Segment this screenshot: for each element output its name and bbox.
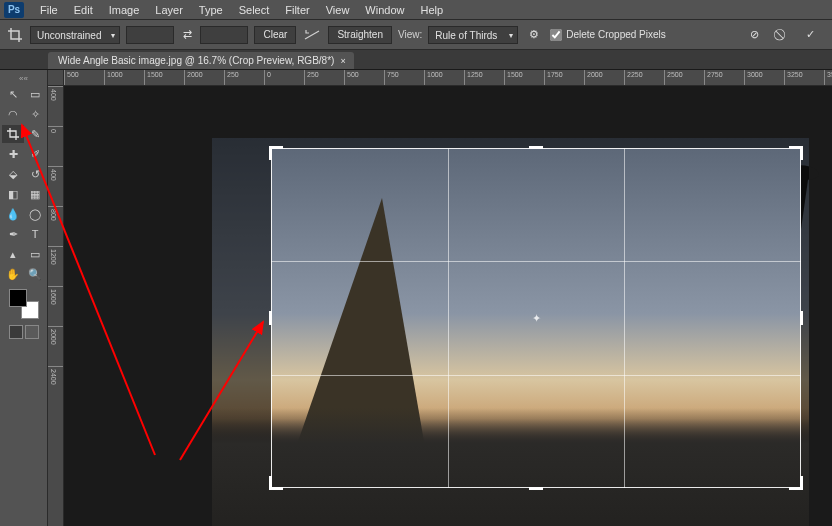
- pen-tool[interactable]: ✒: [2, 225, 24, 243]
- options-bar: Unconstrained ⇄ Clear Straighten View: R…: [0, 20, 832, 50]
- workspace: «« ↖▭ ◠✧ ✎ ✚✐ ⬙↺ ◧▦ 💧◯ ✒T ▴▭ ✋🔍 50010001…: [0, 70, 832, 526]
- crop-handle-tr[interactable]: [789, 146, 803, 160]
- menu-window[interactable]: Window: [357, 4, 412, 16]
- rect-marquee-tool[interactable]: ▭: [24, 85, 46, 103]
- menu-bar: Ps File Edit Image Layer Type Select Fil…: [0, 0, 832, 20]
- commit-crop-icon[interactable]: ✓: [800, 25, 820, 45]
- aspect-ratio-dropdown[interactable]: Unconstrained: [30, 26, 120, 44]
- menu-layer[interactable]: Layer: [147, 4, 191, 16]
- magic-wand-tool[interactable]: ✧: [24, 105, 46, 123]
- crop-options-gear-icon[interactable]: ⚙: [524, 25, 544, 45]
- gradient-tool[interactable]: ▦: [24, 185, 46, 203]
- view-label: View:: [398, 29, 422, 40]
- foreground-swatch[interactable]: [9, 289, 27, 307]
- ruler-origin[interactable]: [48, 70, 64, 86]
- spot-heal-tool[interactable]: ✚: [2, 145, 24, 163]
- stamp-tool[interactable]: ⬙: [2, 165, 24, 183]
- quick-mask-row: [2, 325, 45, 339]
- app-logo: Ps: [4, 2, 24, 18]
- grid-line-h1: [271, 261, 801, 262]
- color-swatches[interactable]: [9, 289, 39, 319]
- menu-image[interactable]: Image: [101, 4, 148, 16]
- crop-width-input[interactable]: [126, 26, 174, 44]
- menu-type[interactable]: Type: [191, 4, 231, 16]
- crop-handle-left[interactable]: [269, 311, 272, 325]
- crop-height-input[interactable]: [200, 26, 248, 44]
- crop-handle-bottom[interactable]: [529, 487, 543, 490]
- crop-handle-br[interactable]: [789, 476, 803, 490]
- history-brush-tool[interactable]: ↺: [24, 165, 46, 183]
- crop-tool-icon: [6, 26, 24, 44]
- clear-button[interactable]: Clear: [254, 26, 296, 44]
- grid-line-v1: [448, 148, 449, 488]
- menu-filter[interactable]: Filter: [277, 4, 317, 16]
- cancel-crop-icon[interactable]: ⃠: [772, 25, 792, 45]
- grid-line-v2: [624, 148, 625, 488]
- canvas-area: 5001000150020002500250500750100012501500…: [48, 70, 832, 526]
- delete-cropped-checkbox[interactable]: Delete Cropped Pixels: [550, 29, 666, 41]
- hand-tool[interactable]: ✋: [2, 265, 24, 283]
- menu-view[interactable]: View: [318, 4, 358, 16]
- crop-bounding-box[interactable]: ✦: [271, 148, 801, 488]
- menu-help[interactable]: Help: [412, 4, 451, 16]
- document-tab-row: Wide Angle Basic image.jpg @ 16.7% (Crop…: [0, 50, 832, 70]
- dodge-tool[interactable]: ◯: [24, 205, 46, 223]
- horizontal-ruler[interactable]: 5001000150020002500250500750100012501500…: [64, 70, 832, 86]
- delete-cropped-input[interactable]: [550, 29, 562, 41]
- document-canvas[interactable]: ✦: [64, 86, 832, 526]
- crop-handle-bl[interactable]: [269, 476, 283, 490]
- overlay-dropdown[interactable]: Rule of Thirds: [428, 26, 518, 44]
- crop-handle-tl[interactable]: [269, 146, 283, 160]
- delete-cropped-label: Delete Cropped Pixels: [566, 29, 666, 40]
- brush-tool[interactable]: ✐: [24, 145, 46, 163]
- path-select-tool[interactable]: ▴: [2, 245, 24, 263]
- menu-file[interactable]: File: [32, 4, 66, 16]
- crop-handle-right[interactable]: [800, 311, 803, 325]
- toolbox: «« ↖▭ ◠✧ ✎ ✚✐ ⬙↺ ◧▦ 💧◯ ✒T ▴▭ ✋🔍: [0, 70, 48, 526]
- menu-select[interactable]: Select: [231, 4, 278, 16]
- document-tab[interactable]: Wide Angle Basic image.jpg @ 16.7% (Crop…: [48, 52, 354, 69]
- eyedropper-tool[interactable]: ✎: [24, 125, 46, 143]
- crop-center-icon: ✦: [530, 312, 542, 324]
- grid-line-h2: [271, 375, 801, 376]
- move-tool[interactable]: ↖: [2, 85, 24, 103]
- straighten-icon[interactable]: [302, 25, 322, 45]
- shape-tool[interactable]: ▭: [24, 245, 46, 263]
- zoom-tool[interactable]: 🔍: [24, 265, 46, 283]
- lasso-tool[interactable]: ◠: [2, 105, 24, 123]
- crop-tool[interactable]: [2, 125, 24, 143]
- document-tab-title: Wide Angle Basic image.jpg @ 16.7% (Crop…: [58, 55, 334, 66]
- reset-crop-icon[interactable]: ⊘: [744, 25, 764, 45]
- type-tool[interactable]: T: [24, 225, 46, 243]
- straighten-button[interactable]: Straighten: [328, 26, 392, 44]
- swap-dimensions-icon[interactable]: ⇄: [180, 28, 194, 42]
- crop-handle-top[interactable]: [529, 146, 543, 149]
- standard-mode-icon[interactable]: [9, 325, 23, 339]
- eraser-tool[interactable]: ◧: [2, 185, 24, 203]
- blur-tool[interactable]: 💧: [2, 205, 24, 223]
- vertical-ruler[interactable]: 40004008001200160020002400: [48, 86, 64, 526]
- toolbox-collapse-icon[interactable]: ««: [2, 74, 45, 83]
- quick-mask-icon[interactable]: [25, 325, 39, 339]
- menu-edit[interactable]: Edit: [66, 4, 101, 16]
- close-tab-icon[interactable]: ×: [340, 56, 345, 66]
